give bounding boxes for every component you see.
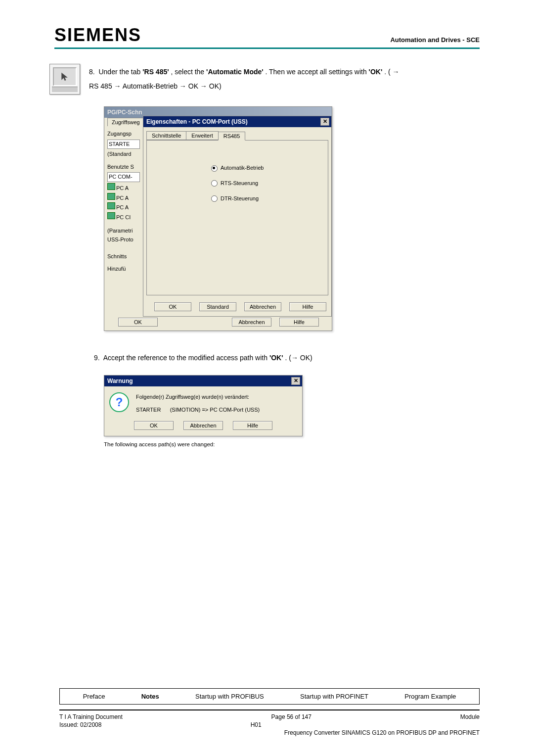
radio-icon (211, 195, 218, 202)
radio-icon (211, 180, 218, 187)
close-icon[interactable]: ✕ (320, 118, 329, 126)
footer-subtitle: Frequency Converter SINAMICS G120 on PRO… (284, 729, 480, 736)
radio-icon (211, 165, 218, 172)
page-number: Page 56 of 147 (271, 713, 312, 720)
cancel-button[interactable]: Abbrechen (244, 302, 281, 311)
label-ussproto: USS-Proto (107, 236, 143, 244)
adapter-icon (107, 212, 115, 219)
step-8: 8. Under the tab 'RS 485' , select the '… (49, 64, 480, 94)
caption-text: The following access path(s) were change… (104, 441, 480, 447)
help-button[interactable]: Hilfe (289, 302, 326, 311)
radio-rts[interactable]: RTS-Steuerung (211, 176, 328, 191)
siemens-logo: SIEMENS (54, 25, 141, 46)
header-subtitle: Automation and Drives - SCE (390, 36, 480, 46)
close-icon[interactable]: ✕ (291, 377, 300, 385)
properties-dialog: Eigenschaften - PC COM-Port (USS) ✕ Schn… (143, 116, 332, 317)
warning-titlebar[interactable]: Warnung ✕ (104, 376, 302, 386)
label-schnitts: Schnitts (107, 252, 143, 261)
field-starte[interactable]: STARTE (107, 140, 140, 149)
list-item[interactable]: PC CI (116, 214, 131, 220)
footer-date: Issued: 02/2008 (59, 721, 101, 728)
footer-code: H01 (251, 721, 262, 728)
radio-dtr[interactable]: DTR-Steuerung (211, 191, 328, 206)
cancel-button[interactable]: Abbrechen (183, 421, 223, 430)
footer-nav: Preface Notes Startup with PROFIBUS Star… (59, 688, 480, 705)
footer-doc-title: T I A Training Document (59, 713, 123, 720)
adapter-icon (107, 202, 115, 209)
label-zugangsp: Zugangsp (107, 130, 143, 139)
help-button[interactable]: Hilfe (233, 421, 272, 430)
warning-dialog: Warnung ✕ ? Folgende(r) Zugriffsweg(e) w… (104, 375, 303, 436)
tab-zugriffsweg[interactable]: Zugriffsweg (107, 118, 144, 126)
tab-erweitert[interactable]: Erweitert (186, 131, 218, 140)
footer-tab-profibus[interactable]: Startup with PROFIBUS (195, 693, 264, 700)
mouse-cursor-icon (60, 72, 70, 82)
properties-title: Eigenschaften - PC COM-Port (USS) (146, 118, 248, 125)
adapter-icon (107, 193, 115, 200)
page-footer: Preface Notes Startup with PROFIBUS Star… (59, 688, 480, 736)
label-hinzufu: Hinzufü (107, 265, 143, 274)
ok-button[interactable]: OK (134, 421, 174, 430)
list-item[interactable]: PC A (116, 185, 129, 191)
footer-module: Module (460, 713, 480, 720)
list-item[interactable]: PC A (116, 204, 129, 210)
radio-automatik[interactable]: Automatik-Betrieb (211, 160, 328, 176)
pgpc-title: PG/PC-Schn (107, 109, 142, 116)
page-header: SIEMENS Automation and Drives - SCE (54, 25, 480, 49)
standard-button[interactable]: Standard (199, 302, 236, 311)
ok-button[interactable]: OK (118, 318, 158, 327)
tab-schnittstelle[interactable]: Schnittstelle (146, 131, 186, 140)
properties-titlebar[interactable]: Eigenschaften - PC COM-Port (USS) ✕ (143, 116, 331, 127)
footer-tab-notes[interactable]: Notes (141, 693, 159, 700)
label-parametri: (Parametri (107, 227, 143, 236)
list-item[interactable]: PC A (116, 195, 129, 201)
tab-rs485[interactable]: RS485 (218, 132, 246, 141)
computer-icon (49, 64, 80, 94)
rs485-panel: Automatik-Betrieb RTS-Steuerung DTR-Steu… (146, 140, 328, 295)
footer-tab-preface[interactable]: Preface (83, 693, 105, 700)
cancel-button[interactable]: Abbrechen (232, 318, 271, 327)
warning-title: Warnung (107, 378, 133, 384)
step-9: 9. Accept the reference to the modified … (94, 351, 480, 365)
pgpc-dialog: PG/PC-Schn Zugriffsweg Zugangsp STARTE (… (104, 106, 332, 331)
field-pccom[interactable]: PC COM- (107, 172, 140, 182)
footer-tab-example[interactable]: Program Example (404, 693, 456, 700)
footer-tab-profinet[interactable]: Startup with PROFINET (300, 693, 368, 700)
label-standard: (Standard (107, 150, 143, 159)
warning-text: Folgende(r) Zugriffsweg(e) wurde(n) verä… (136, 392, 260, 415)
pgpc-left-panel: Zugangsp STARTE (Standard Benutzte S PC … (104, 127, 144, 315)
adapter-icon (107, 183, 115, 190)
step-8-text: 8. Under the tab 'RS 485' , select the '… (89, 64, 480, 94)
help-button[interactable]: Hilfe (279, 318, 319, 327)
footer-divider (59, 709, 480, 710)
question-icon: ? (109, 392, 129, 412)
label-benutzte: Benutzte S (107, 163, 143, 172)
ok-button[interactable]: OK (154, 302, 191, 311)
